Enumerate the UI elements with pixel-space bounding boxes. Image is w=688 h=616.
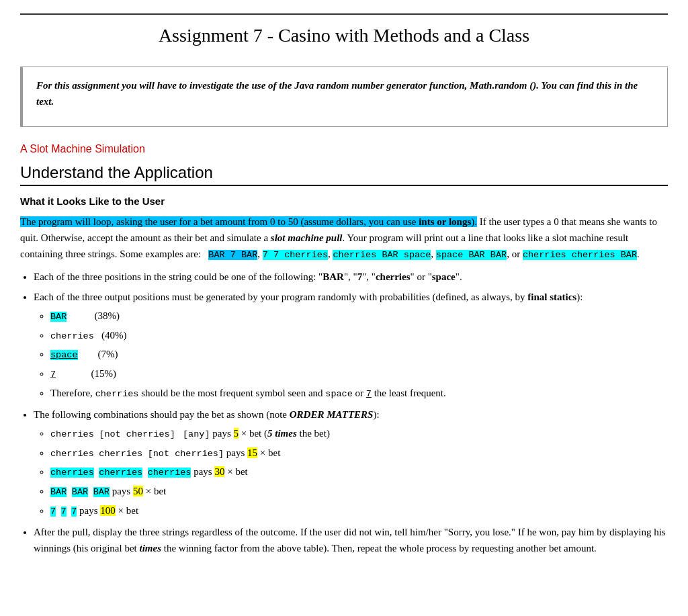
combo5: 7 7 7 pays 100 × bet [50, 502, 668, 519]
combo2-c1: cherries [50, 449, 94, 459]
combo-list: cherries [not cherries] [any] pays 5 × b… [50, 425, 668, 519]
example4: space BAR BAR [436, 250, 507, 260]
info-text: For this assignment you will have to inv… [36, 77, 654, 109]
section-subtitle: A Slot Machine Simulation [20, 140, 668, 158]
combo2-nc: [not cherries] [148, 449, 224, 459]
combo3-c2: cherries [99, 468, 142, 478]
bar-label: BAR [50, 312, 67, 322]
combo5-s1: 7 [50, 507, 56, 517]
combo4-b1: BAR [50, 487, 67, 497]
info-box: For this assignment you will have to inv… [20, 67, 668, 127]
prob-cherries: cherries (40%) [50, 327, 668, 344]
therefore-space: space [325, 389, 353, 399]
bullet3: The following combinations should pay th… [34, 406, 668, 519]
combo1-any: [any] [183, 429, 210, 439]
therefore-cherries: cherries [95, 389, 139, 399]
subsection-heading: What it Looks Like to the User [20, 195, 668, 207]
example1: BAR 7 BAR [208, 250, 257, 260]
combo4: BAR BAR BAR pays 50 × bet [50, 483, 668, 500]
combo3: cherries cherries cherries pays 30 × bet [50, 464, 668, 480]
example3: cherries BAR space [333, 250, 431, 260]
prob-space: space (7%) [50, 346, 668, 363]
space-label: space [50, 350, 78, 360]
combo4-b3: BAR [93, 487, 110, 497]
combo1: cherries [not cherries] [any] pays 5 × b… [50, 425, 668, 442]
combo2: cherries cherries [not cherries] pays 15… [50, 445, 668, 461]
prob-7: 7 (15%) [50, 365, 668, 382]
therefore-7: 7 [366, 389, 372, 399]
cherries-label: cherries [50, 331, 94, 341]
prob-bar: BAR (38%) [50, 308, 668, 324]
prob-list: BAR (38%) cherries (40%) space (7%) 7 (1… [50, 308, 668, 401]
bullet4: After the pull, display the three string… [34, 524, 668, 556]
bullet1: Each of the three positions in the strin… [34, 269, 668, 285]
combo2-mult: 15 [247, 447, 257, 458]
main-list: Each of the three positions in the strin… [34, 269, 668, 556]
combo2-c2: cherries [99, 449, 142, 459]
example5: cherries cherries BAR [523, 250, 637, 260]
combo1-c1: cherries [50, 429, 94, 439]
page-title: Assignment 7 - Casino with Methods and a… [20, 13, 668, 60]
example2: 7 7 cherries [263, 250, 328, 260]
combo3-c3: cherries [148, 468, 191, 478]
highlight-intro: The program will loop, asking the user f… [20, 216, 477, 227]
combo1-c2: [not cherries] [99, 429, 175, 439]
combo5-s3: 7 [71, 507, 77, 517]
combo3-mult: 30 [214, 466, 224, 477]
combo1-mult: 5 [234, 428, 239, 439]
combo5-mult: 100 [100, 505, 116, 516]
bullet2: Each of the three output positions must … [34, 289, 668, 401]
combo4-b2: BAR [72, 487, 88, 497]
intro-paragraph: The program will loop, asking the user f… [20, 214, 668, 263]
combo5-s2: 7 [61, 507, 67, 517]
section-heading: Understand the Application [20, 163, 668, 186]
combo3-c1: cherries [50, 468, 94, 478]
combo4-mult: 50 [133, 486, 143, 496]
therefore-item: Therefore, cherries should be the most f… [50, 385, 668, 402]
seven-label: 7 [50, 369, 56, 380]
